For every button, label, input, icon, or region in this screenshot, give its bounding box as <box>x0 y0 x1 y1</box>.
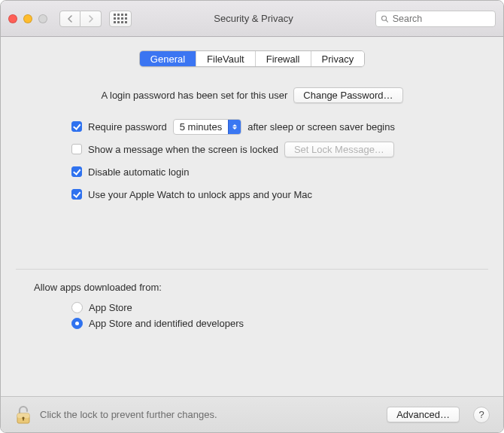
search-field[interactable] <box>375 11 496 27</box>
svg-line-1 <box>386 20 388 22</box>
show-all-button[interactable] <box>109 11 132 27</box>
grid-icon <box>114 14 127 23</box>
identified-developers-label: App Store and identified developers <box>89 318 244 329</box>
app-store-label: App Store <box>89 302 132 313</box>
disable-auto-login-checkbox[interactable] <box>71 166 82 177</box>
lock-hint-label: Click the lock to prevent further change… <box>40 409 217 420</box>
after-sleep-label: after sleep or screen saver begins <box>247 121 395 133</box>
search-input[interactable] <box>393 14 490 24</box>
window-title: Security & Privacy <box>139 13 368 24</box>
tab-firewall[interactable]: Firewall <box>256 51 311 66</box>
disable-auto-login-label: Disable automatic login <box>88 166 189 178</box>
traffic-lights <box>8 14 47 23</box>
lock-icon[interactable] <box>14 404 32 425</box>
apple-watch-unlock-label: Use your Apple Watch to unlock apps and … <box>88 189 312 200</box>
require-password-delay-value: 5 minutes <box>180 121 228 133</box>
advanced-button[interactable]: Advanced… <box>387 407 460 422</box>
updown-icon <box>228 120 241 134</box>
login-password-set-label: A login password has been set for this u… <box>101 90 287 101</box>
footer: Click the lock to prevent further change… <box>1 396 503 432</box>
svg-rect-5 <box>23 418 24 421</box>
downloads-section: Allow apps downloaded from: App Store Ap… <box>16 282 488 334</box>
forward-button[interactable] <box>80 11 102 27</box>
allow-apps-heading: Allow apps downloaded from: <box>34 282 470 293</box>
show-message-label: Show a message when the screen is locked <box>88 144 278 155</box>
tab-bar: General FileVault Firewall Privacy <box>16 50 488 67</box>
identified-developers-radio[interactable] <box>71 318 83 329</box>
require-password-checkbox[interactable] <box>71 121 82 132</box>
security-privacy-window: Security & Privacy General FileVault Fir… <box>0 0 504 433</box>
set-lock-message-button: Set Lock Message… <box>284 142 394 157</box>
require-password-delay-select[interactable]: 5 minutes <box>173 119 241 135</box>
require-password-label: Require password <box>88 121 167 133</box>
tab-filevault[interactable]: FileVault <box>196 51 256 66</box>
back-button[interactable] <box>59 11 80 27</box>
tab-general[interactable]: General <box>140 51 196 66</box>
help-button[interactable]: ? <box>473 407 490 423</box>
close-icon[interactable] <box>8 14 17 23</box>
change-password-button[interactable]: Change Password… <box>293 87 402 103</box>
show-message-checkbox[interactable] <box>71 144 82 154</box>
app-store-radio[interactable] <box>71 302 83 313</box>
minimize-icon[interactable] <box>23 14 32 23</box>
apple-watch-unlock-checkbox[interactable] <box>71 189 82 200</box>
search-icon <box>381 14 389 23</box>
body: General FileVault Firewall Privacy A log… <box>1 37 503 396</box>
maximize-icon <box>38 14 47 23</box>
login-section: A login password has been set for this u… <box>16 87 488 209</box>
titlebar: Security & Privacy <box>1 1 503 37</box>
section-divider <box>16 269 488 270</box>
tab-privacy[interactable]: Privacy <box>311 51 365 66</box>
nav-back-forward <box>59 11 102 27</box>
